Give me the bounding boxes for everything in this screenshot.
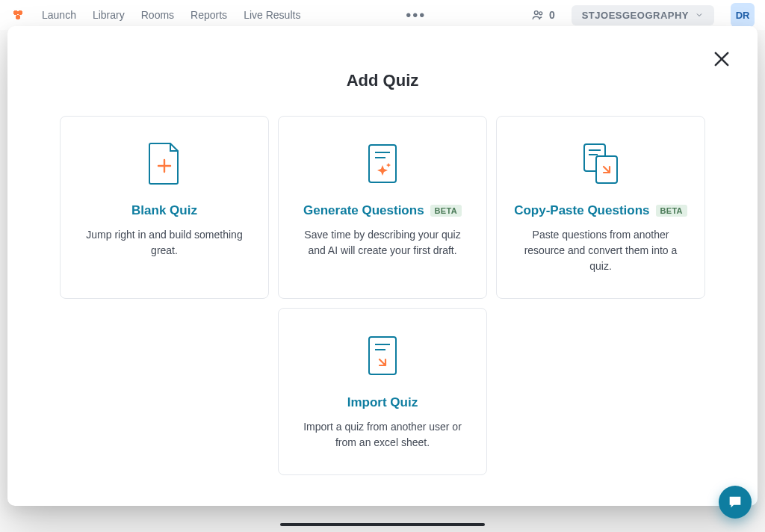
blank-quiz-desc: Jump right in and build something great. — [77, 227, 252, 259]
svg-point-0 — [534, 11, 538, 15]
close-button[interactable] — [711, 49, 732, 69]
copy-paste-icon — [580, 137, 622, 190]
participant-count-value: 0 — [549, 9, 555, 21]
topbar: Launch Library Rooms Reports Live Result… — [0, 0, 765, 30]
participant-count[interactable]: 0 — [531, 8, 555, 22]
import-quiz-card[interactable]: Import Quiz Import a quiz from another u… — [278, 308, 487, 475]
quiz-type-grid: Blank Quiz Jump right in and build somet… — [67, 116, 698, 475]
svg-rect-13 — [369, 337, 396, 374]
import-quiz-title: Import Quiz — [347, 395, 418, 410]
copy-paste-title-text: Copy-Paste Questions — [514, 203, 649, 218]
copy-paste-questions-card[interactable]: Copy-Paste Questions BETA Paste question… — [496, 116, 705, 299]
blank-quiz-icon — [146, 137, 182, 190]
blank-quiz-card[interactable]: Blank Quiz Jump right in and build somet… — [60, 116, 269, 299]
copy-paste-title: Copy-Paste Questions BETA — [514, 203, 687, 218]
beta-badge: BETA — [656, 205, 687, 217]
generate-questions-title-text: Generate Questions — [303, 203, 424, 218]
blank-quiz-title: Blank Quiz — [131, 203, 197, 218]
nav-live-results[interactable]: Live Results — [244, 9, 300, 21]
help-chat-button[interactable] — [719, 486, 752, 519]
import-quiz-icon — [365, 330, 400, 382]
nav-rooms[interactable]: Rooms — [141, 9, 174, 21]
beta-badge: BETA — [430, 205, 462, 217]
add-quiz-modal: Add Quiz Blank Quiz Jump right in and bu… — [7, 26, 758, 506]
svg-point-1 — [539, 12, 542, 15]
nav-launch[interactable]: Launch — [42, 9, 76, 21]
chat-icon — [727, 494, 743, 510]
more-menu-icon[interactable]: ••• — [406, 7, 426, 24]
room-name: STJOESGEOGRAPHY — [582, 10, 689, 21]
chevron-down-icon — [695, 10, 704, 19]
import-quiz-desc: Import a quiz from another user or from … — [295, 419, 470, 451]
user-avatar[interactable]: DR — [731, 3, 755, 27]
svg-rect-6 — [369, 145, 396, 182]
people-icon — [531, 8, 545, 22]
nav-library[interactable]: Library — [93, 9, 125, 21]
generate-questions-card[interactable]: Generate Questions BETA Save time by des… — [278, 116, 487, 299]
nav-reports[interactable]: Reports — [191, 9, 227, 21]
generate-questions-desc: Save time by describing your quiz and AI… — [295, 227, 470, 259]
room-selector[interactable]: STJOESGEOGRAPHY — [572, 5, 714, 25]
background-scrollbar — [280, 523, 485, 526]
generate-questions-icon — [365, 137, 400, 190]
generate-questions-title: Generate Questions BETA — [303, 203, 462, 218]
close-icon — [711, 49, 732, 69]
modal-title: Add Quiz — [67, 71, 698, 90]
app-logo[interactable] — [10, 7, 25, 22]
copy-paste-desc: Paste questions from another resource an… — [513, 227, 688, 274]
